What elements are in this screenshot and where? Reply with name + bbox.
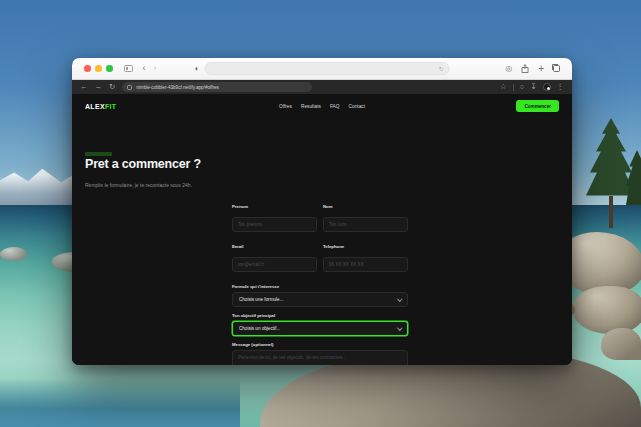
screenshot-stage: ‹ › ◐ ↻ ◎ + ← → ↻ [0,0,641,427]
refresh-icon[interactable]: ↻ [109,83,115,91]
field-objectif: Ton objectif principal Choisis un object… [232,313,408,336]
profile-avatar[interactable] [543,83,551,91]
nav-link-faq[interactable]: FAQ [330,104,340,109]
history-back-icon[interactable]: ‹ [143,64,146,73]
site-header: ALEXFIT Offres Resultats FAQ Contact Com… [72,94,572,118]
field-telephone: Telephone [323,244,408,272]
url-bar[interactable]: nimble-cobbler-43b9cf.netlify.app/#offre… [122,82,312,92]
chevron-down-icon [397,296,402,301]
downloads-icon[interactable]: ↧ [530,83,536,91]
site-favicon [127,85,132,90]
field-message: Message (optionnel) [232,342,408,365]
history-forward-icon[interactable]: › [154,64,157,73]
email-label: Email [232,244,317,249]
prenom-input[interactable] [232,217,317,232]
toolbar-divider [513,84,514,91]
minimize-window-button[interactable] [95,65,102,72]
zoom-window-button[interactable] [106,65,113,72]
wallpaper-rock [601,328,641,360]
share-icon[interactable] [521,64,529,73]
reload-icon[interactable]: ↻ [438,66,443,72]
nom-input[interactable] [323,217,408,232]
telephone-input[interactable] [323,257,408,272]
bookmark-star-icon[interactable]: ☆ [500,83,507,91]
field-prenom: Prenom [232,204,317,232]
message-textarea[interactable] [232,350,408,365]
menu-kebab-icon[interactable]: ⋮ [557,83,565,91]
prenom-label: Prenom [232,204,317,209]
macos-titlebar[interactable]: ‹ › ◐ ↻ ◎ + [72,58,572,80]
message-label: Message (optionnel) [232,342,408,347]
field-email: Email [232,244,317,272]
close-window-button[interactable] [84,65,91,72]
formule-label: Formule qui t'interesse [232,284,408,289]
field-nom: Nom [323,204,408,232]
wallpaper-tree-trunk [609,196,613,228]
address-bar-group: ◐ ↻ [195,58,450,79]
webpage: ALEXFIT Offres Resultats FAQ Contact Com… [72,94,572,365]
titlebar-actions: ◎ + [505,64,560,73]
nav-link-contact[interactable]: Contact [349,104,366,109]
wallpaper-rock [0,247,27,261]
new-tab-icon[interactable]: + [538,64,544,73]
field-formule: Formule qui t'interesse Choisis une form… [232,284,408,307]
objectif-select[interactable]: Choisis un objectif... [232,321,408,336]
contact-form: Prenom Nom Email Telephone [232,204,408,365]
forward-icon[interactable]: → [95,83,103,91]
page-settings-icon[interactable]: ◎ [505,65,512,73]
url-text: nimble-cobbler-43b9cf.netlify.app/#offre… [136,85,219,90]
back-icon[interactable]: ← [80,83,88,91]
wallpaper-rock [572,286,641,334]
tab-overview-icon[interactable] [553,65,560,72]
wallpaper-water-foreground [0,378,240,427]
logo-part-1: ALEX [85,103,105,110]
site-nav: Offres Resultats FAQ Contact [279,104,365,109]
page-title: Pret a commencer ? [85,157,201,171]
browser-toolbar: ← → ↻ nimble-cobbler-43b9cf.netlify.app/… [72,80,572,94]
logo-part-2: FIT [105,103,116,110]
address-bar-input[interactable]: ↻ [204,62,449,75]
browser-window: ‹ › ◐ ↻ ◎ + ← → ↻ [72,58,572,365]
section-accent-bar [85,152,112,156]
page-subtitle: Remplis le formulaire, je te recontacte … [85,182,192,188]
nom-label: Nom [323,204,408,209]
telephone-label: Telephone [323,244,408,249]
sidebar-toggle-icon[interactable] [124,65,133,72]
privacy-shield-icon[interactable]: ◐ [195,65,200,73]
nav-link-offres[interactable]: Offres [279,104,292,109]
formule-select[interactable]: Choisis une formule... [232,292,408,307]
objectif-label: Ton objectif principal [232,313,408,318]
email-input[interactable] [232,257,317,272]
commencer-button[interactable]: Commencer [516,100,559,112]
formule-select-value: Choisis une formule... [239,297,283,302]
chevron-down-icon [397,325,402,330]
extensions-icon[interactable]: ○ [520,83,525,91]
toolbar-actions: ☆ ○ ↧ ⋮ [500,83,564,91]
nav-link-resultats[interactable]: Resultats [301,104,321,109]
site-logo[interactable]: ALEXFIT [85,103,116,110]
objectif-select-value: Choisis un objectif... [239,326,280,331]
traffic-lights [84,65,113,72]
